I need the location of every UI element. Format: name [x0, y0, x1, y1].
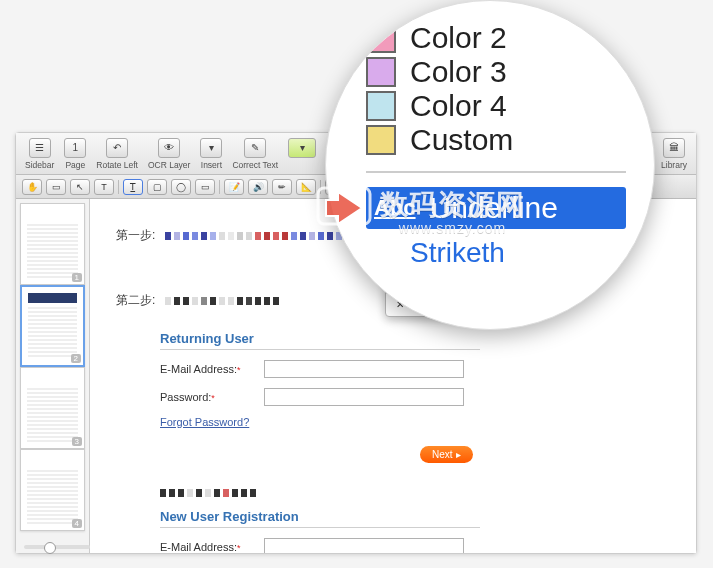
thumbnail-page-1[interactable]: 1 [20, 203, 85, 285]
password-input[interactable] [264, 388, 464, 406]
magnifier-lens: Color 2Color 3Color 4Custom Abc Underlin… [325, 0, 655, 330]
highlight-dropdown-button[interactable]: ▾ [288, 138, 316, 158]
sound-tool[interactable]: 🔊 [248, 179, 268, 195]
magnified-color-row: Color 3 [366, 55, 626, 89]
magnified-color-label: Color 2 [410, 21, 507, 55]
thumbnail-page-number: 4 [72, 519, 82, 528]
rotate-left-button[interactable]: ↶ [106, 138, 128, 158]
highlight-label [301, 160, 303, 170]
email-label: E-Mail Address: [160, 363, 237, 375]
magnified-swatch [366, 91, 396, 121]
library-label: Library [661, 160, 687, 170]
censored-strip-3 [160, 489, 256, 497]
page-nav[interactable]: 1 [64, 138, 86, 158]
select-tool[interactable]: ▭ [46, 179, 66, 195]
sidebar-label: Sidebar [25, 160, 54, 170]
magnified-strikethrough: Striketh [410, 237, 626, 269]
thumbnail-page-number: 1 [72, 273, 82, 282]
returning-user-title: Returning User [160, 331, 480, 350]
thumbnail-page-4[interactable]: 4 [20, 449, 85, 531]
next-button-label: Next [432, 449, 453, 460]
sidebar-toggle[interactable]: ☰ [29, 138, 51, 158]
note-tool[interactable]: 📝 [224, 179, 244, 195]
thumbnail-page-3[interactable]: 3 [20, 367, 85, 449]
library-button[interactable]: 🏛 [663, 138, 685, 158]
watermark-small: www.smzy.com [380, 220, 525, 236]
email-input[interactable] [264, 360, 464, 378]
thumbnail-sidebar[interactable]: 1234 [16, 199, 90, 553]
hand-tool[interactable]: ✋ [22, 179, 42, 195]
insert-button[interactable]: ▾ [200, 138, 222, 158]
magnified-color-label: Color 4 [410, 89, 507, 123]
next-button[interactable]: Next▸ [420, 446, 473, 463]
magnified-color-row: Color 4 [366, 89, 626, 123]
magnified-color-label: Color 3 [410, 55, 507, 89]
correct-text-button[interactable]: ✎ [244, 138, 266, 158]
magnified-swatch [366, 125, 396, 155]
new-email-label: E-Mail Address: [160, 541, 237, 553]
new-user-title: New User Registration [160, 509, 480, 528]
watermark-text: 数码资源网 www.smzy.com [380, 186, 525, 236]
pointer-tool[interactable]: ↖ [70, 179, 90, 195]
page-label: Page [65, 160, 85, 170]
step-one-label: 第一步: [116, 227, 155, 244]
text-edit-tool[interactable]: T̲ [123, 179, 143, 195]
insert-label: Insert [201, 160, 222, 170]
thumbnail-page-number: 3 [72, 437, 82, 446]
step-two-label: 第二步: [116, 292, 155, 309]
watermark-big: 数码资源网 [380, 186, 525, 224]
text-tool[interactable]: T [94, 179, 114, 195]
rect-tool[interactable]: ▢ [147, 179, 167, 195]
correct-text-label: Correct Text [232, 160, 278, 170]
password-label: Password: [160, 391, 211, 403]
ocr-button[interactable]: 👁 [158, 138, 180, 158]
magnified-color-row: Color 2 [366, 21, 626, 55]
zoom-slider[interactable] [24, 545, 90, 549]
measure-tool[interactable]: 📐 [296, 179, 316, 195]
magnified-color-row: Custom [366, 123, 626, 157]
oval-tool[interactable]: ◯ [171, 179, 191, 195]
thumbnail-page-number: 2 [71, 354, 81, 363]
thumbnail-page-2[interactable]: 2 [20, 285, 85, 367]
rotate-left-label: Rotate Left [96, 160, 138, 170]
pen-tool[interactable]: ✏ [272, 179, 292, 195]
new-email-input[interactable] [264, 538, 464, 553]
magnified-swatch [366, 23, 396, 53]
watermark-logo [316, 184, 372, 232]
forgot-password-link[interactable]: Forgot Password? [160, 416, 249, 428]
magnified-color-label: Custom [410, 123, 513, 157]
ocr-label: OCR Layer [148, 160, 191, 170]
rounded-rect-tool[interactable]: ▭ [195, 179, 215, 195]
magnified-swatch [366, 57, 396, 87]
censored-strip-2 [165, 297, 279, 305]
